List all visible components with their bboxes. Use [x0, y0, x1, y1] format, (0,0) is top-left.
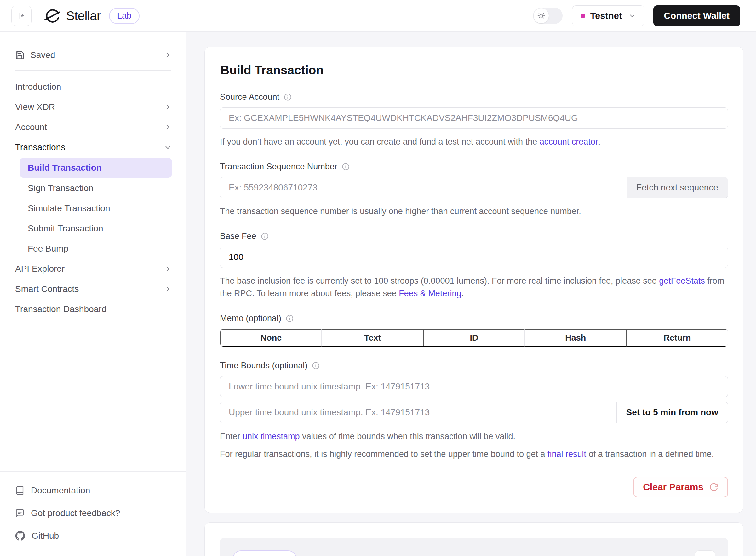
memo-tab-return[interactable]: Return: [626, 329, 728, 347]
sidebar-item-fee-bump[interactable]: Fee Bump: [0, 239, 186, 259]
sidebar-divider: [15, 70, 171, 71]
base-fee-input[interactable]: [220, 246, 728, 268]
connect-wallet-button[interactable]: Connect Wallet: [653, 5, 740, 26]
note-text: For regular transactions, it is highly r…: [220, 449, 548, 459]
footer-link-label: Got product feedback?: [31, 508, 120, 518]
sidebar-item-label: Account: [15, 122, 164, 132]
source-account-note: If you don’t have an account yet, you ca…: [220, 135, 728, 148]
sequence-number-label: Transaction Sequence Number: [220, 162, 337, 172]
info-icon[interactable]: [261, 232, 269, 241]
sidebar-item-label: Build Transaction: [28, 163, 102, 173]
note-text: The base inclusion fee is currently set …: [220, 276, 659, 285]
note-text: .: [461, 289, 464, 298]
lower-time-bound-input[interactable]: [220, 376, 728, 397]
sidebar-item-transaction-dashboard[interactable]: Transaction Dashboard: [0, 299, 186, 319]
footer-link-documentation[interactable]: Documentation: [15, 485, 171, 495]
fetch-next-sequence-button[interactable]: Fetch next sequence: [627, 177, 728, 198]
sidebar-item-label: Smart Contracts: [15, 284, 164, 294]
sidebar-item-label: Submit Transaction: [28, 223, 103, 234]
sidebar-item-label: Introduction: [15, 82, 172, 92]
info-icon[interactable]: [311, 361, 320, 370]
chevron-down-icon: [628, 12, 636, 20]
build-transaction-card: Build Transaction Source Account If you …: [204, 46, 744, 513]
memo-tab-none[interactable]: None: [220, 329, 322, 347]
source-account-input[interactable]: [220, 107, 728, 129]
sidebar-item-label: API Explorer: [15, 264, 164, 274]
base-fee-label: Base Fee: [220, 232, 256, 241]
getfeestats-link[interactable]: getFeeStats: [659, 276, 705, 285]
sidebar-item-label: View XDR: [15, 102, 164, 112]
time-bounds-field: Time Bounds (optional) Set to 5 min from…: [220, 361, 728, 460]
sidebar-item-build-transaction[interactable]: Build Transaction: [20, 158, 172, 178]
sidebar-item-label: Transaction Dashboard: [15, 304, 172, 314]
github-icon: [15, 531, 25, 541]
operations-card: Operation 0 Operation type: [204, 522, 744, 556]
duplicate-operation-button[interactable]: [695, 550, 715, 556]
chevron-right-icon: [164, 285, 172, 293]
clear-params-label: Clear Params: [643, 482, 703, 492]
chevron-right-icon: [164, 265, 172, 273]
info-icon[interactable]: [284, 93, 292, 101]
unix-timestamp-link[interactable]: unix timestamp: [242, 431, 300, 441]
footer-link-feedback[interactable]: Got product feedback?: [15, 508, 171, 518]
clear-params-button[interactable]: Clear Params: [633, 477, 728, 497]
sidebar-footer: Documentation Got product feedback? G: [0, 471, 186, 556]
sidebar-nav: Saved Introduction View XDR Account: [0, 32, 186, 319]
network-label: Testnet: [590, 11, 622, 21]
sidebar-item-introduction[interactable]: Introduction: [0, 77, 186, 97]
brand[interactable]: Stellar Lab: [44, 7, 139, 24]
upper-time-bound-input[interactable]: [220, 402, 617, 423]
info-icon[interactable]: [285, 314, 294, 323]
memo-label: Memo (optional): [220, 314, 281, 323]
final-result-link[interactable]: final result: [548, 449, 586, 459]
sidebar-item-api-explorer[interactable]: API Explorer: [0, 259, 186, 279]
collapse-sidebar-icon: [17, 11, 26, 21]
sidebar-item-sign-transaction[interactable]: Sign Transaction: [0, 178, 186, 198]
sidebar-item-account[interactable]: Account: [0, 117, 186, 137]
note-text: of a transaction in a defined time.: [586, 449, 714, 459]
save-icon: [15, 50, 25, 60]
theme-toggle[interactable]: [533, 7, 563, 24]
brand-name: Stellar: [66, 9, 101, 23]
sidebar-item-saved[interactable]: Saved: [0, 45, 186, 65]
operation-panel: Operation 0 Operation type: [220, 538, 728, 556]
sidebar-item-view-xdr[interactable]: View XDR: [0, 97, 186, 117]
stellar-lab-app: Stellar Lab Testnet Connect Wallet: [0, 0, 756, 556]
memo-field: Memo (optional) None Text ID Hash Return: [220, 314, 728, 347]
network-status-dot: [581, 13, 585, 18]
sidebar-item-simulate-transaction[interactable]: Simulate Transaction: [0, 198, 186, 218]
fees-metering-link[interactable]: Fees & Metering: [399, 289, 461, 298]
feedback-bubble-icon: [15, 509, 25, 518]
sidebar-item-transactions[interactable]: Transactions: [0, 137, 186, 158]
chevron-right-icon: [164, 51, 172, 59]
operation-badge[interactable]: Operation 0: [232, 550, 297, 556]
sidebar-item-label: Simulate Transaction: [28, 203, 110, 213]
sidebar-item-label: Transactions: [15, 142, 164, 152]
info-icon[interactable]: [341, 163, 350, 171]
sidebar-item-smart-contracts[interactable]: Smart Contracts: [0, 279, 186, 299]
memo-tab-id[interactable]: ID: [423, 329, 524, 347]
footer-link-github[interactable]: GitHub: [15, 531, 171, 541]
sidebar-item-label: Saved: [30, 50, 164, 60]
sidebar-item-submit-transaction[interactable]: Submit Transaction: [0, 218, 186, 239]
base-fee-note: The base inclusion fee is currently set …: [220, 275, 728, 300]
note-text: values of time bounds when this transact…: [300, 431, 515, 441]
time-bounds-note-1: Enter unix timestamp values of time boun…: [220, 430, 728, 443]
collapse-sidebar-button[interactable]: [11, 6, 32, 26]
memo-tab-hash[interactable]: Hash: [525, 329, 626, 347]
page-title: Build Transaction: [221, 63, 728, 77]
sequence-number-input[interactable]: [220, 177, 627, 198]
book-icon: [15, 486, 25, 495]
refresh-icon: [709, 482, 719, 492]
account-creator-link[interactable]: account creator: [539, 137, 598, 146]
set-5-min-button[interactable]: Set to 5 min from now: [617, 402, 728, 423]
memo-type-tabs: None Text ID Hash Return: [220, 329, 728, 347]
base-fee-field: Base Fee The base inclusion fee is curre…: [220, 232, 728, 300]
network-selector[interactable]: Testnet: [572, 5, 645, 26]
note-text: If you don’t have an account yet, you ca…: [220, 137, 539, 146]
main-content: Build Transaction Source Account If you …: [187, 32, 756, 556]
sequence-number-note: The transaction sequence number is usual…: [220, 205, 728, 217]
memo-tab-text[interactable]: Text: [322, 329, 423, 347]
lab-badge: Lab: [109, 8, 139, 24]
source-account-field: Source Account If you don’t have an acco…: [220, 92, 728, 148]
